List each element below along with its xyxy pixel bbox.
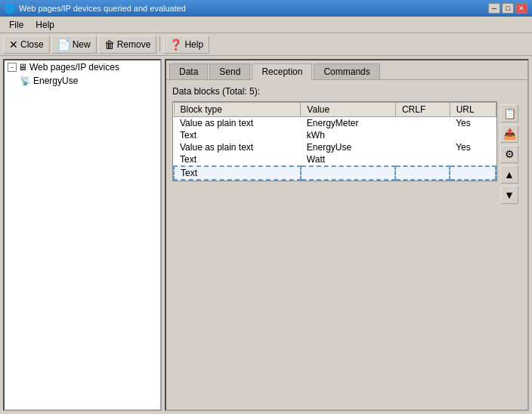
menu-help[interactable]: Help [29,18,60,32]
tree-child-label: EnergyUse [33,76,78,86]
tree-child-energyuse: 📡 EnergyUse [5,74,160,88]
table-row[interactable]: TextkWh [174,129,496,141]
side-buttons: 📋 📤 ⚙ ▲ ▼ [500,101,521,207]
menu-file[interactable]: File [3,18,29,32]
close-button[interactable]: ✕ Close [3,36,50,54]
title-bar-left: 🌐 Web pages/IP devices queried and evalu… [5,4,186,14]
tree-panel: - 🖥 Web pages/IP devices 📡 EnergyUse [3,59,162,411]
tree-child-icon: 📡 [20,76,31,86]
cell-crlf [395,153,450,166]
cell-crlf [395,129,450,141]
new-button[interactable]: 📄 New [51,36,97,54]
table-row[interactable]: Text [174,166,496,180]
export-button[interactable]: 📤 [500,125,518,143]
close-label: Close [20,39,44,50]
edit-button[interactable]: 📋 [500,104,518,122]
tab-send[interactable]: Send [209,63,250,79]
cell-value: kWh [301,129,396,141]
tab-bar: Data Send Reception Commands [166,60,527,80]
remove-label: Remove [117,39,151,50]
data-table: Block type Value CRLF URL Value as plain… [173,102,496,181]
help-button[interactable]: ❓ Help [163,36,209,54]
table-header-row: Block type Value CRLF URL [174,103,496,117]
cell-value: EnergyMeter [301,117,396,130]
tab-data[interactable]: Data [169,63,208,79]
new-icon: 📄 [57,39,70,50]
cell-value: Watt [301,153,396,166]
edit-icon: 📋 [503,107,516,119]
cell-crlf [395,117,450,130]
cell-url [450,129,496,141]
settings-button[interactable]: ⚙ [500,145,518,163]
cell-url: Yes [450,117,496,130]
title-bar-controls: ─ □ ✕ [488,3,527,14]
table-and-buttons: Block type Value CRLF URL Value as plain… [172,101,521,207]
table-row[interactable]: TextWatt [174,153,496,166]
new-label: New [73,39,91,50]
cell-value [301,166,396,180]
cell-value: EnergyUse [301,141,396,153]
export-icon: 📤 [503,128,516,140]
help-icon: ❓ [169,39,182,50]
cell-block_type: Text [174,153,301,166]
tree-expand-icon[interactable]: - [8,63,17,72]
cell-block_type: Value as plain text [174,117,301,130]
arrow-up-icon: ▲ [504,168,515,181]
col-block-type: Block type [174,103,301,117]
cell-block_type: Value as plain text [174,141,301,153]
close-icon: ✕ [9,39,18,50]
right-panel: Data Send Reception Commands Data blocks… [165,59,529,411]
cell-crlf [395,166,450,180]
cell-url [450,153,496,166]
cell-block_type: Text [174,129,301,141]
help-label: Help [184,39,203,50]
move-down-button[interactable]: ▼ [500,186,518,204]
tree-root-label: Web pages/IP devices [29,62,119,73]
data-blocks-header: Data blocks (Total: 5): [172,86,521,97]
settings-icon: ⚙ [505,148,515,160]
remove-button[interactable]: 🗑 Remove [98,36,157,54]
tab-reception[interactable]: Reception [252,63,312,80]
arrow-down-icon: ▼ [504,189,515,201]
window-close-button[interactable]: ✕ [515,3,527,14]
tree-item-energyuse[interactable]: 📡 EnergyUse [17,74,160,88]
cell-url [450,166,496,180]
move-up-button[interactable]: ▲ [500,165,518,184]
cell-crlf [395,141,450,153]
tab-content-reception: Data blocks (Total: 5): Block type Value… [166,80,527,409]
toolbar-separator [159,37,160,52]
remove-icon: 🗑 [104,39,115,50]
title-bar: 🌐 Web pages/IP devices queried and evalu… [0,0,532,17]
data-table-wrapper: Block type Value CRLF URL Value as plain… [172,101,497,181]
window-title: Web pages/IP devices queried and evaluat… [19,4,186,13]
col-url: URL [450,103,496,117]
cell-url: Yes [450,141,496,153]
menu-bar: File Help [0,17,532,33]
tree-root[interactable]: - 🖥 Web pages/IP devices [5,60,160,74]
toolbar: ✕ Close 📄 New 🗑 Remove ❓ Help [0,33,532,56]
col-crlf: CRLF [395,103,450,117]
col-value: Value [301,103,396,117]
tree-root-icon: 🖥 [18,62,27,73]
table-body: Value as plain textEnergyMeterYesTextkWh… [174,117,496,181]
maximize-button[interactable]: □ [502,3,514,14]
title-bar-icon: 🌐 [5,4,15,14]
tab-commands[interactable]: Commands [314,63,379,79]
main-area: - 🖥 Web pages/IP devices 📡 EnergyUse Dat… [0,56,532,414]
table-row[interactable]: Value as plain textEnergyMeterYes [174,117,496,130]
table-row[interactable]: Value as plain textEnergyUseYes [174,141,496,153]
cell-block_type: Text [174,166,301,180]
minimize-button[interactable]: ─ [488,3,500,14]
